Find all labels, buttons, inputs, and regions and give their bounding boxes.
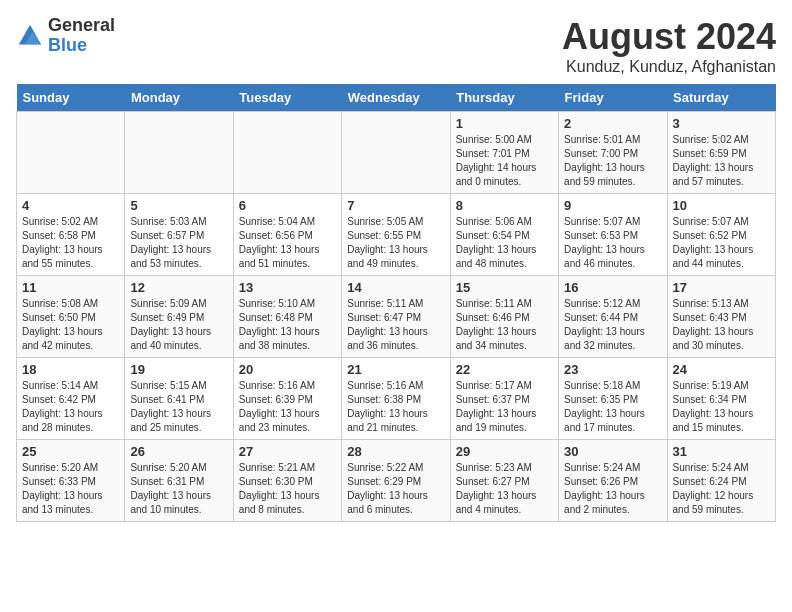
day-detail: Sunrise: 5:20 AMSunset: 6:33 PMDaylight:… — [22, 461, 119, 517]
logo-icon — [16, 22, 44, 50]
calendar-day-27: 27Sunrise: 5:21 AMSunset: 6:30 PMDayligh… — [233, 440, 341, 522]
calendar-table: SundayMondayTuesdayWednesdayThursdayFrid… — [16, 84, 776, 522]
calendar-day-1: 1Sunrise: 5:00 AMSunset: 7:01 PMDaylight… — [450, 112, 558, 194]
calendar-week-row: 4Sunrise: 5:02 AMSunset: 6:58 PMDaylight… — [17, 194, 776, 276]
day-number: 20 — [239, 362, 336, 377]
calendar-day-21: 21Sunrise: 5:16 AMSunset: 6:38 PMDayligh… — [342, 358, 450, 440]
day-detail: Sunrise: 5:06 AMSunset: 6:54 PMDaylight:… — [456, 215, 553, 271]
calendar-day-31: 31Sunrise: 5:24 AMSunset: 6:24 PMDayligh… — [667, 440, 775, 522]
day-number: 5 — [130, 198, 227, 213]
day-number: 16 — [564, 280, 661, 295]
day-number: 6 — [239, 198, 336, 213]
day-detail: Sunrise: 5:02 AMSunset: 6:58 PMDaylight:… — [22, 215, 119, 271]
logo-text: General Blue — [48, 16, 115, 56]
day-detail: Sunrise: 5:01 AMSunset: 7:00 PMDaylight:… — [564, 133, 661, 189]
calendar-empty-cell — [125, 112, 233, 194]
day-detail: Sunrise: 5:13 AMSunset: 6:43 PMDaylight:… — [673, 297, 770, 353]
page-title: August 2024 — [562, 16, 776, 58]
day-detail: Sunrise: 5:03 AMSunset: 6:57 PMDaylight:… — [130, 215, 227, 271]
day-number: 10 — [673, 198, 770, 213]
day-detail: Sunrise: 5:17 AMSunset: 6:37 PMDaylight:… — [456, 379, 553, 435]
day-number: 4 — [22, 198, 119, 213]
day-detail: Sunrise: 5:04 AMSunset: 6:56 PMDaylight:… — [239, 215, 336, 271]
day-detail: Sunrise: 5:24 AMSunset: 6:26 PMDaylight:… — [564, 461, 661, 517]
day-detail: Sunrise: 5:24 AMSunset: 6:24 PMDaylight:… — [673, 461, 770, 517]
header-day-thursday: Thursday — [450, 84, 558, 112]
header-day-friday: Friday — [559, 84, 667, 112]
calendar-day-15: 15Sunrise: 5:11 AMSunset: 6:46 PMDayligh… — [450, 276, 558, 358]
calendar-day-14: 14Sunrise: 5:11 AMSunset: 6:47 PMDayligh… — [342, 276, 450, 358]
calendar-empty-cell — [233, 112, 341, 194]
day-number: 14 — [347, 280, 444, 295]
day-detail: Sunrise: 5:16 AMSunset: 6:39 PMDaylight:… — [239, 379, 336, 435]
day-detail: Sunrise: 5:12 AMSunset: 6:44 PMDaylight:… — [564, 297, 661, 353]
calendar-day-20: 20Sunrise: 5:16 AMSunset: 6:39 PMDayligh… — [233, 358, 341, 440]
day-number: 19 — [130, 362, 227, 377]
calendar-day-24: 24Sunrise: 5:19 AMSunset: 6:34 PMDayligh… — [667, 358, 775, 440]
day-detail: Sunrise: 5:07 AMSunset: 6:53 PMDaylight:… — [564, 215, 661, 271]
header-day-monday: Monday — [125, 84, 233, 112]
day-number: 26 — [130, 444, 227, 459]
calendar-day-22: 22Sunrise: 5:17 AMSunset: 6:37 PMDayligh… — [450, 358, 558, 440]
day-detail: Sunrise: 5:19 AMSunset: 6:34 PMDaylight:… — [673, 379, 770, 435]
day-detail: Sunrise: 5:21 AMSunset: 6:30 PMDaylight:… — [239, 461, 336, 517]
day-detail: Sunrise: 5:10 AMSunset: 6:48 PMDaylight:… — [239, 297, 336, 353]
calendar-day-30: 30Sunrise: 5:24 AMSunset: 6:26 PMDayligh… — [559, 440, 667, 522]
day-number: 2 — [564, 116, 661, 131]
page-subtitle: Kunduz, Kunduz, Afghanistan — [562, 58, 776, 76]
calendar-day-17: 17Sunrise: 5:13 AMSunset: 6:43 PMDayligh… — [667, 276, 775, 358]
calendar-day-19: 19Sunrise: 5:15 AMSunset: 6:41 PMDayligh… — [125, 358, 233, 440]
calendar-week-row: 25Sunrise: 5:20 AMSunset: 6:33 PMDayligh… — [17, 440, 776, 522]
logo: General Blue — [16, 16, 115, 56]
header-day-sunday: Sunday — [17, 84, 125, 112]
day-number: 18 — [22, 362, 119, 377]
day-number: 3 — [673, 116, 770, 131]
day-detail: Sunrise: 5:20 AMSunset: 6:31 PMDaylight:… — [130, 461, 227, 517]
day-number: 13 — [239, 280, 336, 295]
calendar-header-row: SundayMondayTuesdayWednesdayThursdayFrid… — [17, 84, 776, 112]
title-block: August 2024 Kunduz, Kunduz, Afghanistan — [562, 16, 776, 76]
day-number: 12 — [130, 280, 227, 295]
day-detail: Sunrise: 5:18 AMSunset: 6:35 PMDaylight:… — [564, 379, 661, 435]
day-number: 31 — [673, 444, 770, 459]
calendar-day-23: 23Sunrise: 5:18 AMSunset: 6:35 PMDayligh… — [559, 358, 667, 440]
day-detail: Sunrise: 5:05 AMSunset: 6:55 PMDaylight:… — [347, 215, 444, 271]
day-detail: Sunrise: 5:16 AMSunset: 6:38 PMDaylight:… — [347, 379, 444, 435]
calendar-day-16: 16Sunrise: 5:12 AMSunset: 6:44 PMDayligh… — [559, 276, 667, 358]
day-number: 30 — [564, 444, 661, 459]
header-day-saturday: Saturday — [667, 84, 775, 112]
calendar-day-10: 10Sunrise: 5:07 AMSunset: 6:52 PMDayligh… — [667, 194, 775, 276]
calendar-empty-cell — [17, 112, 125, 194]
day-number: 23 — [564, 362, 661, 377]
calendar-day-25: 25Sunrise: 5:20 AMSunset: 6:33 PMDayligh… — [17, 440, 125, 522]
calendar-empty-cell — [342, 112, 450, 194]
calendar-day-8: 8Sunrise: 5:06 AMSunset: 6:54 PMDaylight… — [450, 194, 558, 276]
header-day-tuesday: Tuesday — [233, 84, 341, 112]
day-number: 22 — [456, 362, 553, 377]
day-number: 21 — [347, 362, 444, 377]
day-number: 29 — [456, 444, 553, 459]
day-number: 7 — [347, 198, 444, 213]
day-number: 8 — [456, 198, 553, 213]
day-number: 9 — [564, 198, 661, 213]
day-number: 1 — [456, 116, 553, 131]
day-number: 27 — [239, 444, 336, 459]
calendar-day-11: 11Sunrise: 5:08 AMSunset: 6:50 PMDayligh… — [17, 276, 125, 358]
day-number: 17 — [673, 280, 770, 295]
calendar-day-6: 6Sunrise: 5:04 AMSunset: 6:56 PMDaylight… — [233, 194, 341, 276]
day-detail: Sunrise: 5:09 AMSunset: 6:49 PMDaylight:… — [130, 297, 227, 353]
day-detail: Sunrise: 5:08 AMSunset: 6:50 PMDaylight:… — [22, 297, 119, 353]
day-detail: Sunrise: 5:00 AMSunset: 7:01 PMDaylight:… — [456, 133, 553, 189]
calendar-week-row: 11Sunrise: 5:08 AMSunset: 6:50 PMDayligh… — [17, 276, 776, 358]
calendar-day-3: 3Sunrise: 5:02 AMSunset: 6:59 PMDaylight… — [667, 112, 775, 194]
day-number: 24 — [673, 362, 770, 377]
day-detail: Sunrise: 5:15 AMSunset: 6:41 PMDaylight:… — [130, 379, 227, 435]
day-detail: Sunrise: 5:22 AMSunset: 6:29 PMDaylight:… — [347, 461, 444, 517]
calendar-week-row: 18Sunrise: 5:14 AMSunset: 6:42 PMDayligh… — [17, 358, 776, 440]
day-detail: Sunrise: 5:14 AMSunset: 6:42 PMDaylight:… — [22, 379, 119, 435]
calendar-day-7: 7Sunrise: 5:05 AMSunset: 6:55 PMDaylight… — [342, 194, 450, 276]
day-number: 28 — [347, 444, 444, 459]
day-detail: Sunrise: 5:02 AMSunset: 6:59 PMDaylight:… — [673, 133, 770, 189]
day-detail: Sunrise: 5:07 AMSunset: 6:52 PMDaylight:… — [673, 215, 770, 271]
day-number: 15 — [456, 280, 553, 295]
